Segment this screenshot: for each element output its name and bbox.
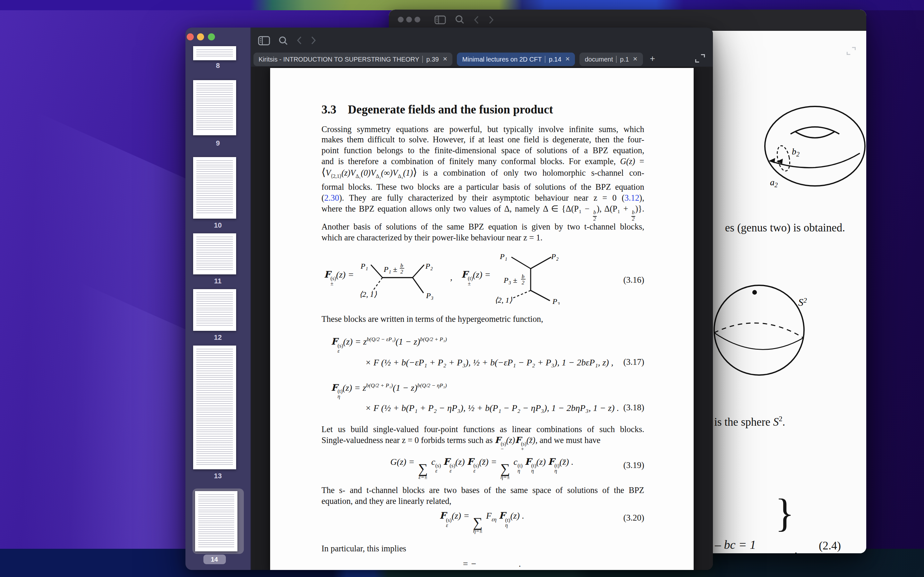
svg-text:P₃: P₃ (552, 297, 559, 305)
reader-main-area: Kiritsis - INTRODUCTION TO SUPERSTRING T… (251, 27, 713, 570)
tab-title: Minimal lectures on 2D CFT (462, 55, 542, 63)
reference-link[interactable]: 2.30 (325, 193, 339, 203)
thumbnail-selection-highlight (192, 488, 244, 554)
thumbnail-page-9[interactable] (193, 80, 236, 135)
back-icon[interactable] (473, 15, 479, 24)
section-heading: 3.3Degenerate fields and the fusion prod… (321, 103, 642, 116)
svg-text:b: b (521, 274, 524, 279)
pdf-page-14: 3.3Degenerate fields and the fusion prod… (270, 68, 694, 570)
text-line-links: (2.30). They are fully characterized by … (321, 193, 644, 204)
tab-close-icon[interactable]: ✕ (565, 56, 570, 62)
traffic-lights-inactive[interactable] (398, 17, 423, 23)
close-button[interactable] (186, 33, 194, 40)
tab-minimal-lectures-2d-cft[interactable]: Minimal lectures on 2D CFT p.14 ✕ (457, 52, 575, 66)
equation-number: (3.17) (624, 357, 644, 367)
zoom-button-inactive[interactable] (415, 17, 420, 23)
svg-text:2: 2 (521, 279, 524, 285)
tab-kiritsis-superstring-theory[interactable]: Kiritsis - INTRODUCTION TO SUPERSTRING T… (254, 52, 453, 66)
search-icon[interactable] (278, 35, 288, 45)
tab-title: document (585, 55, 613, 63)
text-line: point function belongs to the finite-dim… (321, 145, 644, 156)
reference-link[interactable]: 3.12 (624, 193, 639, 203)
pdf-reader-window: 8 9 10 11 12 13 14 (186, 27, 713, 570)
tab-separator (423, 55, 423, 63)
thumbnail-label-13: 13 (186, 472, 250, 479)
sidebar-toggle-icon[interactable] (258, 35, 270, 45)
thumbnail-page-13[interactable] (193, 346, 236, 469)
desktop: b2 a2 es (genus two) is obtained. S2 is … (0, 0, 924, 577)
paragraph-1: Crossing symmetry equations are powerful… (321, 124, 644, 243)
paragraph-5: In particular, this implies (321, 544, 644, 554)
thumbnail-label-12: 12 (186, 333, 250, 341)
tab-separator (545, 55, 546, 63)
tab-page-number: p.14 (549, 55, 561, 63)
svg-text:⟨2, 1⟩: ⟨2, 1⟩ (359, 290, 376, 298)
text-line-math: where the BPZ equation allows only two v… (321, 203, 644, 222)
svg-text:P₃ ±: P₃ ± (503, 276, 517, 284)
forward-icon[interactable] (488, 15, 494, 24)
thumbnail-label-8: 8 (186, 61, 250, 69)
equation-number: (3.21) (624, 569, 644, 570)
text-line: Another basis of solutions of the same B… (321, 222, 644, 233)
text-line: and is therefore a combination of finite… (321, 156, 644, 167)
paragraph-3: Let us build single-valued four-point fu… (321, 425, 644, 452)
paragraph-4: The s- and t-channel blocks are two base… (321, 485, 644, 507)
text-line: Crossing symmetry equations are powerful… (321, 124, 644, 135)
minimize-button-inactive[interactable] (406, 17, 412, 23)
svg-text:P₁ ±: P₁ ± (383, 265, 397, 274)
equation-3-17: F(s)ε(z) = zb(Q/2 − εP₁)(1 − z)b(Q/2 + P… (270, 336, 694, 368)
svg-text:⟨2, 1⟩: ⟨2, 1⟩ (494, 296, 512, 304)
svg-text:b: b (400, 263, 403, 269)
svg-text:P₃: P₃ (425, 292, 433, 300)
text-line: which are characterized by their power-l… (321, 233, 644, 243)
torus-figure: b2 a2 (762, 103, 866, 193)
text-line-math: Single-valuedness near z = 0 forbids ter… (321, 435, 644, 451)
document-canvas[interactable]: 3.3Degenerate fields and the fusion prod… (251, 66, 713, 570)
svg-text:P₂: P₂ (425, 262, 433, 270)
torus-label-a2: a2 (770, 177, 778, 188)
tab-close-icon[interactable]: ✕ (633, 56, 638, 62)
tab-document[interactable]: document p.1 ✕ (580, 52, 643, 66)
equation-number: (3.18) (624, 403, 644, 413)
new-tab-button[interactable]: + (650, 53, 655, 63)
svg-text:P₁: P₁ (499, 252, 507, 261)
thumbnail-page-10[interactable] (193, 157, 236, 219)
equation-3-18: F(t)η(z) = zb(Q/2 + P₁)(1 − z)b(Q/2 − ηP… (270, 382, 694, 414)
sidebar-toggle-icon[interactable] (435, 15, 446, 24)
thumbnail-label-9: 9 (186, 139, 250, 147)
minimize-button[interactable] (197, 33, 204, 40)
fullscreen-icon[interactable] (695, 53, 705, 63)
tab-page-number: p.1 (620, 55, 629, 63)
forward-icon[interactable] (310, 36, 317, 45)
equation-number: (3.19) (624, 460, 644, 471)
tab-separator (616, 55, 617, 63)
svg-text:P₂: P₂ (551, 252, 558, 261)
thumbnail-page-12[interactable] (193, 289, 236, 331)
svg-text:P₁: P₁ (360, 262, 368, 270)
equation-3-21: c(s)+c(s)− = − F₋₊F₋₋F₊₊F₊₋ . (3.21) (270, 559, 694, 570)
search-icon[interactable] (455, 15, 465, 25)
genus-text: es (genus two) is obtained. (725, 221, 845, 234)
paragraph-2: These blocks are written in terms of the… (321, 314, 644, 325)
close-button-inactive[interactable] (398, 17, 404, 23)
text-line: makes them difficult to solve. However, … (321, 135, 644, 146)
text-line-math: ⟨V⟨2,1⟩(z)VΔ₁(0)VΔ₂(∞)VΔ₃(1)⟩ is a combi… (321, 167, 644, 182)
thumbnail-page-8[interactable] (193, 46, 236, 60)
back-icon[interactable] (296, 36, 302, 45)
svg-text:2: 2 (400, 269, 403, 275)
equation-3-20: F(s)ε(z) = ∑η=± Fεη F(t)η(z) . (3.20) (270, 511, 694, 533)
s-channel-diagram: P₁ P₂ P₁ ± b 2 ⟨2, (359, 261, 441, 301)
equation-3-16: F(s)±(z) = P₁ P₂ P₁ ± b 2 (270, 252, 694, 303)
thumbnail-sidebar: 8 9 10 11 12 13 14 (186, 27, 251, 570)
zoom-button[interactable] (208, 33, 215, 40)
equation-number: (3.20) (624, 513, 644, 524)
sphere-figure: S2 (710, 281, 817, 382)
sphere-caption: is the sphere S2. (714, 414, 785, 429)
reader-toolbar[interactable] (251, 27, 713, 52)
thumbnail-page-14[interactable] (195, 491, 237, 551)
thumbnail-label-14-badge: 14 (203, 554, 226, 564)
fullscreen-icon[interactable] (846, 47, 856, 55)
thumbnail-page-11[interactable] (193, 234, 236, 274)
tab-close-icon[interactable]: ✕ (443, 56, 447, 62)
traffic-lights[interactable] (186, 33, 215, 40)
